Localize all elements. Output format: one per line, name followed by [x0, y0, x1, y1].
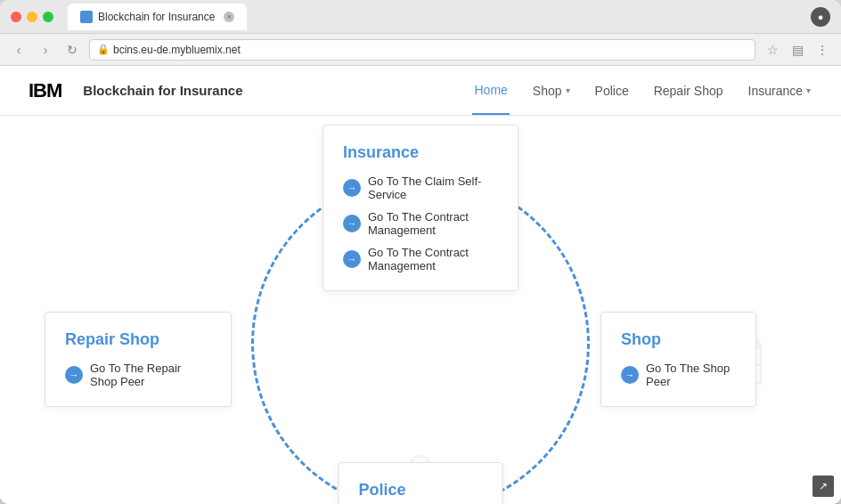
repair-shop-link-1[interactable]: → Go To The Repair Shop Peer — [65, 362, 211, 388]
header-left: IBM Blockchain for Insurance — [29, 79, 243, 102]
expand-icon[interactable]: ↗ — [812, 476, 834, 497]
shop-link-1[interactable]: → Go To The Shop Peer — [621, 362, 736, 388]
insurance-link-1[interactable]: → Go To The Claim Self-Service — [343, 175, 498, 201]
main-area: Insurance → Go To The Claim Self-Service… — [0, 116, 841, 504]
arrow-icon-2: → — [343, 215, 361, 232]
address-bar[interactable]: 🔒 bcins.eu-de.mybluemix.net — [89, 39, 755, 61]
ibm-logo: IBM — [29, 79, 61, 102]
nav-item-shop[interactable]: Shop ▾ — [531, 66, 572, 115]
shop-card: Shop → Go To The Shop Peer — [600, 312, 756, 407]
bookmark-icon[interactable]: ☆ — [763, 40, 782, 60]
toolbar-actions: ☆ ▤ ⋮ — [763, 40, 832, 60]
insurance-dropdown-icon: ▾ — [806, 85, 811, 95]
insurance-card-title: Insurance — [343, 143, 498, 162]
back-button[interactable]: ‹ — [9, 40, 29, 60]
browser-window: Blockchain for Insurance × ● ‹ › ↻ 🔒 bci… — [0, 0, 841, 504]
shop-card-title: Shop — [621, 330, 736, 349]
reader-icon[interactable]: ▤ — [788, 40, 807, 60]
nav-menu: Home Shop ▾ Police Repair Shop Insurance… — [472, 66, 812, 115]
repair-shop-card-title: Repair Shop — [65, 330, 211, 349]
browser-titlebar: Blockchain for Insurance × ● — [0, 0, 841, 34]
browser-tab[interactable]: Blockchain for Insurance × — [68, 4, 247, 30]
user-icon[interactable]: ● — [811, 7, 830, 27]
insurance-link-2[interactable]: → Go To The Contract Management — [343, 210, 498, 237]
app-content: IBM Blockchain for Insurance Home Shop ▾… — [0, 66, 841, 504]
nav-item-home[interactable]: Home — [472, 66, 509, 115]
menu-icon[interactable]: ⋮ — [812, 40, 832, 60]
insurance-link-3[interactable]: → Go To The Contract Management — [343, 246, 498, 272]
police-card-title: Police — [359, 481, 483, 500]
traffic-lights — [11, 12, 53, 22]
arrow-icon-3: → — [343, 250, 361, 268]
browser-toolbar: ‹ › ↻ 🔒 bcins.eu-de.mybluemix.net ☆ ▤ ⋮ — [0, 34, 841, 66]
shop-dropdown-icon: ▾ — [566, 85, 570, 95]
app-header: IBM Blockchain for Insurance Home Shop ▾… — [0, 66, 841, 116]
nav-item-police[interactable]: Police — [593, 66, 631, 115]
forward-button[interactable]: › — [36, 40, 55, 60]
repair-shop-card: Repair Shop → Go To The Repair Shop Peer — [45, 312, 232, 407]
refresh-button[interactable]: ↻ — [62, 40, 82, 60]
tab-close-button[interactable]: × — [224, 12, 234, 22]
tab-favicon — [80, 11, 93, 23]
insurance-card: Insurance → Go To The Claim Self-Service… — [323, 125, 518, 291]
nav-item-repair-shop[interactable]: Repair Shop — [652, 66, 725, 115]
tab-title: Blockchain for Insurance — [98, 11, 215, 23]
url-text: bcins.eu-de.mybluemix.net — [113, 44, 241, 56]
app-title: Blockchain for Insurance — [83, 83, 242, 98]
minimize-button[interactable] — [27, 12, 37, 22]
maximize-button[interactable] — [43, 12, 53, 22]
police-card: Police — [339, 462, 503, 504]
arrow-icon-repair: → — [65, 366, 83, 384]
nav-item-insurance[interactable]: Insurance ▾ — [747, 66, 812, 115]
arrow-icon-shop: → — [621, 366, 639, 384]
close-button[interactable] — [11, 12, 21, 22]
arrow-icon-1: → — [343, 179, 361, 197]
lock-icon: 🔒 — [97, 44, 110, 55]
